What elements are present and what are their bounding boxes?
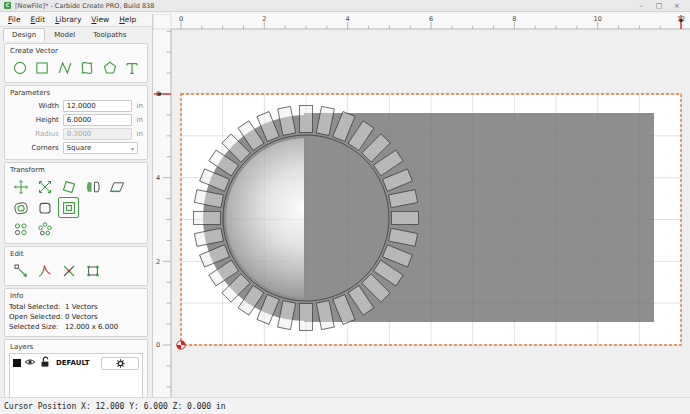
canvas-pane[interactable]: 0246810120246 xyxy=(152,14,690,397)
menu-library[interactable]: Library xyxy=(50,15,86,24)
mirror-tool[interactable] xyxy=(82,176,103,197)
rectangle-tool[interactable] xyxy=(33,57,53,78)
left-column: FileEditLibraryViewHelp DesignModelToolp… xyxy=(0,12,152,397)
circle-tool[interactable] xyxy=(10,57,30,78)
height-field[interactable]: 6.0000 xyxy=(63,114,132,126)
transform-tools xyxy=(9,176,143,239)
trim-icon xyxy=(37,263,53,279)
menu-view[interactable]: View xyxy=(86,15,114,24)
tab-design[interactable]: Design xyxy=(3,28,45,41)
info-rows: Total Selected: 1 VectorsOpen Selected: … xyxy=(9,302,143,332)
transform-tool-row xyxy=(9,197,143,218)
info-row: Total Selected: 1 Vectors xyxy=(9,302,143,312)
layers-title: Layers xyxy=(9,342,143,353)
titlebar: C [NewFile]* - Carbide Create PRO, Build… xyxy=(0,0,690,12)
scale-tool[interactable] xyxy=(34,176,55,197)
curve-tool[interactable] xyxy=(78,57,98,78)
menu-edit[interactable]: Edit xyxy=(26,15,51,24)
width-field[interactable]: 12.0000 xyxy=(63,100,132,112)
layer-settings-button[interactable] xyxy=(101,357,139,370)
align-tool[interactable] xyxy=(58,197,79,218)
maximize-button[interactable]: □ xyxy=(650,2,668,10)
minimize-button[interactable]: – xyxy=(632,2,650,10)
break-tool[interactable] xyxy=(58,260,79,281)
layer-visibility-toggle[interactable] xyxy=(24,356,36,370)
tab-toolpaths[interactable]: Toolpaths xyxy=(84,28,135,41)
offset-tool[interactable] xyxy=(10,197,31,218)
vector-ring-rect[interactable] xyxy=(300,304,313,331)
info-group: Info Total Selected: 1 VectorsOpen Selec… xyxy=(4,288,148,337)
unlock-icon xyxy=(39,356,51,368)
unit-label: in xyxy=(132,102,143,110)
svg-text:6: 6 xyxy=(429,15,433,23)
resize-icon xyxy=(85,263,101,279)
layer-lock-toggle[interactable] xyxy=(39,356,51,370)
info-title: Info xyxy=(9,291,143,302)
svg-text:10: 10 xyxy=(594,15,602,23)
mirror-icon xyxy=(85,179,101,195)
fillet-icon xyxy=(37,200,53,216)
menu-file[interactable]: File xyxy=(3,15,26,24)
node-edit-tool[interactable] xyxy=(10,260,31,281)
edit-title: Edit xyxy=(9,249,143,260)
radius-field: 0.3000 xyxy=(63,128,132,140)
text-icon xyxy=(124,60,140,76)
linear-array-icon xyxy=(13,221,29,237)
polyline-icon xyxy=(57,60,73,76)
create-vector-tools xyxy=(9,57,143,78)
origin-marker xyxy=(177,341,185,349)
transform-tool-row xyxy=(9,176,143,197)
polygon-icon xyxy=(102,60,118,76)
statusbar: Cursor Position X: 12.000 Y: 6.000 Z: 0.… xyxy=(0,397,690,414)
vector-ring-rect[interactable] xyxy=(194,212,221,225)
corners-value: Square xyxy=(67,144,92,152)
ruler-corner-box xyxy=(153,14,171,29)
rectangle-icon xyxy=(34,60,50,76)
polyline-tool[interactable] xyxy=(55,57,75,78)
info-label: Total Selected: xyxy=(9,303,65,311)
curve-icon xyxy=(79,60,95,76)
polygon-tool[interactable] xyxy=(100,57,120,78)
svg-text:4: 4 xyxy=(346,15,350,23)
edit-tools xyxy=(9,260,143,281)
info-label: Selected Size: xyxy=(9,323,65,331)
close-button[interactable]: × xyxy=(668,2,686,10)
transform-title: Transform xyxy=(9,165,143,176)
rotate-icon xyxy=(61,179,77,195)
corners-select[interactable]: Square▾ xyxy=(63,142,138,154)
text-tool[interactable] xyxy=(123,57,143,78)
gear-icon xyxy=(115,358,126,369)
linear-array-tool[interactable] xyxy=(10,218,31,239)
width-label: Width xyxy=(9,102,63,110)
skew-tool[interactable] xyxy=(106,176,127,197)
circular-array-tool[interactable] xyxy=(34,218,55,239)
width-row: Width12.0000in xyxy=(9,99,143,113)
info-value: 1 Vectors xyxy=(65,303,98,311)
svg-text:0: 0 xyxy=(156,341,160,349)
menu-help[interactable]: Help xyxy=(114,15,141,24)
design-canvas[interactable]: 0246810120246 xyxy=(153,14,690,397)
offset-icon xyxy=(13,200,29,216)
move-tool[interactable] xyxy=(10,176,31,197)
svg-text:2: 2 xyxy=(262,15,266,23)
move-icon xyxy=(13,179,29,195)
tab-model[interactable]: Model xyxy=(45,28,84,41)
vertical-ruler: 0246 xyxy=(153,29,171,397)
vector-ring-rect[interactable] xyxy=(392,212,419,225)
height-label: Height xyxy=(9,116,63,124)
align-icon xyxy=(61,200,77,216)
layer-row[interactable]: DEFAULT xyxy=(10,354,142,372)
rotate-tool[interactable] xyxy=(58,176,79,197)
fillet-tool[interactable] xyxy=(34,197,55,218)
svg-text:4: 4 xyxy=(156,174,160,182)
unit-label: in xyxy=(132,130,143,138)
unit-label: in xyxy=(132,116,143,124)
create-vector-title: Create Vector xyxy=(9,46,143,57)
vector-ring-rect[interactable] xyxy=(300,106,313,133)
layer-color-swatch[interactable] xyxy=(13,359,21,367)
horizontal-ruler: 024681012 xyxy=(153,14,690,29)
resize-tool[interactable] xyxy=(82,260,103,281)
svg-text:0: 0 xyxy=(179,15,183,23)
trim-tool[interactable] xyxy=(34,260,55,281)
edit-group: Edit xyxy=(4,246,148,286)
